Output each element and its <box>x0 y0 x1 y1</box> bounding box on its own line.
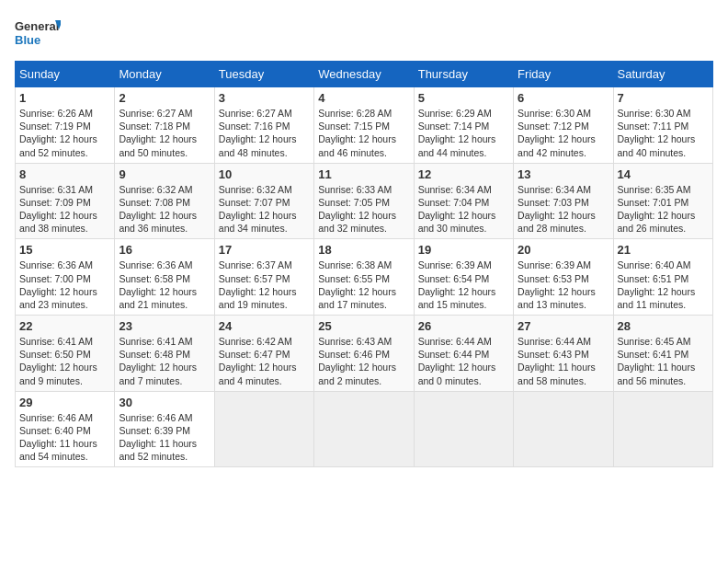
calendar-cell: 11Sunrise: 6:33 AMSunset: 7:05 PMDayligh… <box>314 163 414 239</box>
cell-info: Sunrise: 6:43 AMSunset: 6:46 PMDaylight:… <box>318 335 409 387</box>
day-number: 30 <box>119 396 210 409</box>
calendar-cell: 16Sunrise: 6:36 AMSunset: 6:58 PMDayligh… <box>115 239 214 316</box>
cell-info: Sunrise: 6:45 AMSunset: 6:41 PMDaylight:… <box>618 335 709 387</box>
cell-info: Sunrise: 6:26 AMSunset: 7:19 PMDaylight:… <box>19 107 110 159</box>
calendar-cell: 4Sunrise: 6:28 AMSunset: 7:15 PMDaylight… <box>314 87 414 164</box>
logo-svg: General Blue <box>15 15 61 52</box>
day-number: 13 <box>518 167 609 181</box>
calendar-cell: 18Sunrise: 6:38 AMSunset: 6:55 PMDayligh… <box>314 239 414 316</box>
day-number: 7 <box>618 91 709 105</box>
day-number: 19 <box>418 243 509 257</box>
cell-info: Sunrise: 6:36 AMSunset: 6:58 PMDaylight:… <box>119 259 210 311</box>
calendar-cell: 19Sunrise: 6:39 AMSunset: 6:54 PMDayligh… <box>414 239 513 316</box>
cell-info: Sunrise: 6:27 AMSunset: 7:16 PMDaylight:… <box>219 107 310 159</box>
day-number: 4 <box>318 91 409 105</box>
calendar-table: SundayMondayTuesdayWednesdayThursdayFrid… <box>15 61 713 467</box>
day-number: 24 <box>219 319 310 333</box>
calendar-cell: 29Sunrise: 6:46 AMSunset: 6:40 PMDayligh… <box>16 391 115 467</box>
day-number: 29 <box>19 396 110 409</box>
col-header-sunday: Sunday <box>16 62 115 87</box>
day-number: 21 <box>618 243 709 257</box>
calendar-cell <box>314 391 414 467</box>
cell-info: Sunrise: 6:28 AMSunset: 7:15 PMDaylight:… <box>318 107 409 159</box>
col-header-monday: Monday <box>115 62 214 87</box>
logo: General Blue <box>15 15 61 52</box>
calendar-cell: 26Sunrise: 6:44 AMSunset: 6:44 PMDayligh… <box>414 316 513 392</box>
svg-text:General: General <box>15 19 59 33</box>
cell-info: Sunrise: 6:46 AMSunset: 6:40 PMDaylight:… <box>19 411 110 464</box>
cell-info: Sunrise: 6:36 AMSunset: 7:00 PMDaylight:… <box>19 259 110 311</box>
col-header-thursday: Thursday <box>414 62 513 87</box>
calendar-cell: 7Sunrise: 6:30 AMSunset: 7:11 PMDaylight… <box>613 87 712 164</box>
day-number: 14 <box>618 167 709 181</box>
calendar-cell <box>214 391 313 467</box>
cell-info: Sunrise: 6:41 AMSunset: 6:50 PMDaylight:… <box>19 335 110 387</box>
calendar-cell: 15Sunrise: 6:36 AMSunset: 7:00 PMDayligh… <box>16 239 115 316</box>
cell-info: Sunrise: 6:27 AMSunset: 7:18 PMDaylight:… <box>119 107 210 159</box>
cell-info: Sunrise: 6:44 AMSunset: 6:44 PMDaylight:… <box>418 335 509 387</box>
calendar-cell <box>514 391 613 467</box>
calendar-cell: 3Sunrise: 6:27 AMSunset: 7:16 PMDaylight… <box>214 87 313 164</box>
calendar-cell: 10Sunrise: 6:32 AMSunset: 7:07 PMDayligh… <box>214 163 313 239</box>
day-number: 8 <box>19 167 110 181</box>
cell-info: Sunrise: 6:39 AMSunset: 6:54 PMDaylight:… <box>418 259 509 311</box>
calendar-cell: 12Sunrise: 6:34 AMSunset: 7:04 PMDayligh… <box>414 163 513 239</box>
day-number: 27 <box>518 319 609 333</box>
col-header-tuesday: Tuesday <box>214 62 313 87</box>
day-number: 20 <box>518 243 609 257</box>
calendar-cell: 13Sunrise: 6:34 AMSunset: 7:03 PMDayligh… <box>514 163 613 239</box>
day-number: 25 <box>318 319 409 333</box>
day-number: 17 <box>219 243 310 257</box>
day-number: 2 <box>119 91 210 105</box>
day-number: 1 <box>19 91 110 105</box>
calendar-cell: 14Sunrise: 6:35 AMSunset: 7:01 PMDayligh… <box>613 163 712 239</box>
cell-info: Sunrise: 6:42 AMSunset: 6:47 PMDaylight:… <box>219 335 310 387</box>
day-number: 28 <box>618 319 709 333</box>
calendar-cell: 30Sunrise: 6:46 AMSunset: 6:39 PMDayligh… <box>115 391 214 467</box>
day-number: 16 <box>119 243 210 257</box>
day-number: 6 <box>518 91 609 105</box>
cell-info: Sunrise: 6:32 AMSunset: 7:07 PMDaylight:… <box>219 183 310 236</box>
calendar-cell: 9Sunrise: 6:32 AMSunset: 7:08 PMDaylight… <box>115 163 214 239</box>
cell-info: Sunrise: 6:37 AMSunset: 6:57 PMDaylight:… <box>219 259 310 311</box>
calendar-cell <box>414 391 513 467</box>
col-header-wednesday: Wednesday <box>314 62 414 87</box>
header: General Blue <box>15 15 713 52</box>
cell-info: Sunrise: 6:29 AMSunset: 7:14 PMDaylight:… <box>418 107 509 159</box>
cell-info: Sunrise: 6:32 AMSunset: 7:08 PMDaylight:… <box>119 183 210 236</box>
cell-info: Sunrise: 6:34 AMSunset: 7:04 PMDaylight:… <box>418 183 509 236</box>
cell-info: Sunrise: 6:46 AMSunset: 6:39 PMDaylight:… <box>119 411 210 464</box>
calendar-cell: 1Sunrise: 6:26 AMSunset: 7:19 PMDaylight… <box>16 87 115 164</box>
cell-info: Sunrise: 6:39 AMSunset: 6:53 PMDaylight:… <box>518 259 609 311</box>
day-number: 22 <box>19 319 110 333</box>
cell-info: Sunrise: 6:41 AMSunset: 6:48 PMDaylight:… <box>119 335 210 387</box>
day-number: 5 <box>418 91 509 105</box>
cell-info: Sunrise: 6:30 AMSunset: 7:11 PMDaylight:… <box>618 107 709 159</box>
cell-info: Sunrise: 6:40 AMSunset: 6:51 PMDaylight:… <box>618 259 709 311</box>
calendar-cell: 8Sunrise: 6:31 AMSunset: 7:09 PMDaylight… <box>16 163 115 239</box>
col-header-saturday: Saturday <box>613 62 712 87</box>
day-number: 26 <box>418 319 509 333</box>
calendar-cell: 22Sunrise: 6:41 AMSunset: 6:50 PMDayligh… <box>16 316 115 392</box>
calendar-cell: 17Sunrise: 6:37 AMSunset: 6:57 PMDayligh… <box>214 239 313 316</box>
day-number: 15 <box>19 243 110 257</box>
calendar-cell: 24Sunrise: 6:42 AMSunset: 6:47 PMDayligh… <box>214 316 313 392</box>
calendar-cell: 2Sunrise: 6:27 AMSunset: 7:18 PMDaylight… <box>115 87 214 164</box>
svg-text:Blue: Blue <box>15 33 40 47</box>
cell-info: Sunrise: 6:34 AMSunset: 7:03 PMDaylight:… <box>518 183 609 236</box>
calendar-cell <box>613 391 712 467</box>
calendar-cell: 28Sunrise: 6:45 AMSunset: 6:41 PMDayligh… <box>613 316 712 392</box>
day-number: 10 <box>219 167 310 181</box>
cell-info: Sunrise: 6:33 AMSunset: 7:05 PMDaylight:… <box>318 183 409 236</box>
day-number: 12 <box>418 167 509 181</box>
calendar-cell: 25Sunrise: 6:43 AMSunset: 6:46 PMDayligh… <box>314 316 414 392</box>
cell-info: Sunrise: 6:35 AMSunset: 7:01 PMDaylight:… <box>618 183 709 236</box>
day-number: 9 <box>119 167 210 181</box>
calendar-cell: 23Sunrise: 6:41 AMSunset: 6:48 PMDayligh… <box>115 316 214 392</box>
calendar-cell: 20Sunrise: 6:39 AMSunset: 6:53 PMDayligh… <box>514 239 613 316</box>
day-number: 3 <box>219 91 310 105</box>
calendar-cell: 5Sunrise: 6:29 AMSunset: 7:14 PMDaylight… <box>414 87 513 164</box>
cell-info: Sunrise: 6:31 AMSunset: 7:09 PMDaylight:… <box>19 183 110 236</box>
day-number: 18 <box>318 243 409 257</box>
cell-info: Sunrise: 6:38 AMSunset: 6:55 PMDaylight:… <box>318 259 409 311</box>
